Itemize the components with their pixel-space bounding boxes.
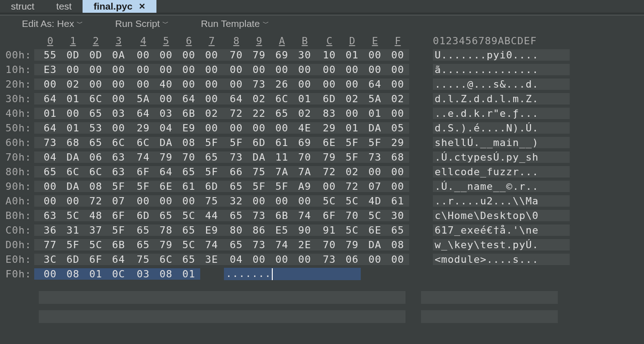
hex-row[interactable]: 80h:656C6C636F64655F66757A7A72020000ellc… — [0, 164, 644, 179]
tab-struct[interactable]: struct — [0, 0, 45, 13]
chevron-down-icon: ﹀ — [162, 20, 169, 28]
hex-bytes[interactable]: 00020000004000000073260000006400 — [34, 78, 409, 90]
ascii-column[interactable]: ..e.d.k.r"e.ƒ... — [433, 108, 570, 119]
hex-bytes[interactable]: 3631375F657865E98086E590915C6E65 — [34, 224, 409, 236]
hex-row[interactable]: A0h:0000720700000075320000005C5C4D61..r.… — [0, 193, 644, 208]
hex-row[interactable]: 10h:E3000000000000000000000000000000ã...… — [0, 62, 644, 77]
hex-row[interactable]: 90h:00DA085F5F6E616D655F5FA900720700.Ú._… — [0, 179, 644, 193]
hex-row[interactable]: E0h:3C6D6F64756C653E0400000073060000<mod… — [0, 252, 644, 266]
ascii-column[interactable]: w_\key\test.pyÚ. — [433, 239, 570, 250]
ascii-column[interactable]: d.l.Z.d.d.l.m.Z. — [433, 93, 570, 104]
hex-bytes[interactable]: 0000720700000075320000005C5C4D61 — [34, 195, 409, 207]
hex-bytes[interactable]: 3C6D6F64756C653E0400000073060000 — [34, 254, 409, 265]
ascii-column[interactable]: U.......pyi0.... — [433, 49, 570, 61]
ascii-column[interactable]: .Ú.__name__©.r.. — [433, 181, 570, 192]
hex-row[interactable]: D0h:775F5C6B65795C746573742E7079DA08w_\k… — [0, 237, 644, 252]
row-address: 50h: — [0, 122, 34, 134]
row-address: E0h: — [0, 254, 34, 265]
status-bars-2 — [39, 310, 644, 323]
hex-bytes[interactable]: 64016C005A00640064026C016D025A02 — [34, 93, 409, 104]
row-address: C0h: — [0, 224, 34, 236]
hex-bytes[interactable]: 00DA085F5F6E616D655F5FA900720700 — [34, 181, 409, 192]
close-icon[interactable]: ✕ — [139, 1, 145, 11]
hex-row[interactable]: 00h:550D0D0A000000007079693010010000U...… — [0, 47, 644, 62]
hex-row[interactable]: C0h:3631375F657865E98086E590915C6E65617_… — [0, 223, 644, 237]
hex-row[interactable]: 40h:0100650364036B027222650283000100..e.… — [0, 106, 644, 120]
status-bar-left-2 — [39, 310, 405, 323]
row-address: 20h: — [0, 78, 34, 90]
ascii-column[interactable]: ....... — [224, 268, 361, 280]
status-bar-right-2 — [421, 310, 558, 323]
hex-bytes[interactable]: 0008010C030801 — [34, 268, 200, 280]
hex-bytes[interactable]: 775F5C6B65795C746573742E7079DA08 — [34, 239, 409, 250]
hex-dump[interactable]: 00h:550D0D0A000000007079693010010000U...… — [0, 47, 644, 281]
row-address: 10h: — [0, 64, 34, 75]
row-address: 70h: — [0, 151, 34, 163]
ascii-header: 0123456789ABCDEF — [433, 35, 537, 47]
ascii-column[interactable]: ellcode_fuzzr... — [433, 166, 570, 177]
hex-bytes[interactable]: 04DA06637479706573DA1170795F7368 — [34, 151, 409, 163]
ascii-column[interactable]: <module>....s... — [433, 254, 570, 265]
status-bar-right — [421, 291, 558, 304]
text-caret — [272, 268, 273, 280]
ascii-column[interactable]: d.S.).é....N).Ú. — [433, 122, 570, 134]
run-script-dropdown[interactable]: Run Script﹀ — [115, 18, 169, 29]
edit-as-dropdown[interactable]: Edit As: Hex﹀ — [22, 18, 83, 29]
ascii-column[interactable]: .Ú.ctypesÚ.py_sh — [433, 151, 570, 163]
row-address: 40h: — [0, 108, 34, 119]
toolbar: Edit As: Hex﹀ Run Script﹀ Run Template﹀ — [0, 16, 644, 34]
row-address: 80h: — [0, 166, 34, 177]
tab-bar: struct test final.pyc ✕ — [0, 0, 644, 13]
hex-row[interactable]: 30h:64016C005A00640064026C016D025A02d.l.… — [0, 91, 644, 106]
ascii-column[interactable]: 617_exeé€†å.'\ne — [433, 224, 570, 236]
ascii-column[interactable]: shellÚ.__main__) — [433, 137, 570, 148]
row-address: B0h: — [0, 210, 34, 221]
status-bar-left — [39, 291, 405, 304]
tab-test[interactable]: test — [45, 0, 83, 13]
row-address: D0h: — [0, 239, 34, 250]
hex-row[interactable]: 60h:7368656C6CDA085F5F6D61696E5F5F29shel… — [0, 135, 644, 150]
chevron-down-icon: ﹀ — [263, 20, 269, 28]
hex-bytes[interactable]: 635C486F6D655C4465736B746F705C30 — [34, 210, 409, 221]
ascii-column[interactable]: c\Home\Desktop\0 — [433, 210, 570, 221]
row-address: A0h: — [0, 195, 34, 207]
hex-bytes[interactable]: 640153002904E9000000004E2901DA05 — [34, 122, 409, 134]
hex-row[interactable]: 50h:640153002904E9000000004E2901DA05d.S.… — [0, 120, 644, 135]
ascii-column[interactable]: ã............... — [433, 64, 570, 75]
row-address: F0h: — [0, 268, 34, 280]
row-address: 90h: — [0, 181, 34, 192]
run-template-dropdown[interactable]: Run Template﹀ — [201, 18, 269, 29]
hex-row[interactable]: B0h:635C486F6D655C4465736B746F705C30c\Ho… — [0, 208, 644, 223]
hex-bytes[interactable]: 550D0D0A000000007079693010010000 — [34, 49, 409, 61]
hex-bytes[interactable]: 7368656C6CDA085F5F6D61696E5F5F29 — [34, 137, 409, 148]
hex-row[interactable]: 70h:04DA06637479706573DA1170795F7368.Ú.c… — [0, 150, 644, 164]
hex-bytes[interactable]: 656C6C636F64655F66757A7A72020000 — [34, 166, 409, 177]
row-address: 60h: — [0, 137, 34, 148]
hex-bytes[interactable]: E3000000000000000000000000000000 — [34, 64, 409, 75]
hex-bytes[interactable]: 0100650364036B027222650283000100 — [34, 108, 409, 119]
hex-row[interactable]: F0h:0008010C030801....... — [0, 266, 644, 281]
hex-row[interactable]: 20h:00020000004000000073260000006400....… — [0, 77, 644, 91]
row-address: 00h: — [0, 49, 34, 61]
status-bars — [39, 291, 644, 304]
tab-final-pyc[interactable]: final.pyc ✕ — [83, 0, 156, 13]
ascii-column[interactable]: .....@...s&...d. — [433, 78, 570, 90]
ascii-column[interactable]: ..r....u2...\\Ma — [433, 195, 570, 207]
chevron-down-icon: ﹀ — [77, 20, 83, 28]
hex-column-header: 0123456789ABCDEF 0123456789ABCDEF — [0, 34, 644, 47]
row-address: 30h: — [0, 93, 34, 104]
